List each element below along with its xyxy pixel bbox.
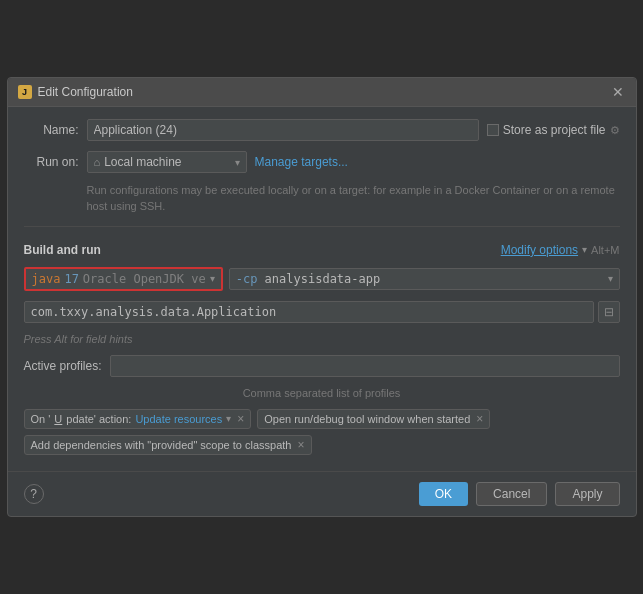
jdk-chevron: ▾ bbox=[210, 273, 215, 284]
dialog-footer: ? OK Cancel Apply bbox=[8, 471, 636, 516]
run-hint: Run configurations may be executed local… bbox=[87, 183, 620, 214]
edit-configuration-dialog: J Edit Configuration ✕ Name: Store as pr… bbox=[7, 77, 637, 517]
footer-right: OK Cancel Apply bbox=[419, 482, 620, 506]
on-update-close[interactable]: × bbox=[237, 412, 244, 426]
settings-icon[interactable]: ⚙ bbox=[610, 124, 620, 137]
help-button[interactable]: ? bbox=[24, 484, 44, 504]
cancel-button[interactable]: Cancel bbox=[476, 482, 547, 506]
ok-button[interactable]: OK bbox=[419, 482, 468, 506]
close-button[interactable]: ✕ bbox=[610, 84, 626, 100]
profiles-label: Active profiles: bbox=[24, 359, 102, 373]
main-class-input[interactable] bbox=[24, 301, 594, 323]
jdk-version: 17 bbox=[64, 272, 78, 286]
run-on-chevron: ▾ bbox=[235, 157, 240, 168]
on-update-prefix: On ' bbox=[31, 413, 51, 425]
footer-left: ? bbox=[24, 484, 44, 504]
manage-targets-link[interactable]: Manage targets... bbox=[255, 155, 348, 169]
open-window-close[interactable]: × bbox=[476, 412, 483, 426]
dialog-body: Name: Store as project file ⚙ Run on: ⌂ … bbox=[8, 107, 636, 467]
add-deps-text: Add dependencies with "provided" scope t… bbox=[31, 439, 292, 451]
title-bar-left: J Edit Configuration bbox=[18, 85, 133, 99]
cp-chevron: ▾ bbox=[608, 273, 613, 284]
modify-shortcut-badge: Alt+M bbox=[591, 244, 619, 256]
local-machine-text: Local machine bbox=[104, 155, 181, 169]
open-window-tag: Open run/debug tool window when started … bbox=[257, 409, 490, 429]
expand-icon[interactable]: ⊟ bbox=[598, 301, 620, 323]
store-checkbox-row: Store as project file ⚙ bbox=[487, 123, 620, 137]
on-update-u: U bbox=[54, 413, 62, 425]
dialog-title: Edit Configuration bbox=[38, 85, 133, 99]
dialog-icon: J bbox=[18, 85, 32, 99]
jdk-dropdown[interactable]: java 17 Oracle OpenJDK ve ▾ bbox=[24, 267, 223, 291]
run-on-row: Run on: ⌂ Local machine ▾ Manage targets… bbox=[24, 151, 620, 173]
store-checkbox[interactable] bbox=[487, 124, 499, 136]
home-icon: ⌂ bbox=[94, 156, 101, 168]
modify-options-chevron: ▾ bbox=[582, 244, 587, 255]
update-resources-chevron: ▾ bbox=[226, 413, 231, 424]
tags-row: On 'Update' action: Update resources ▾ ×… bbox=[24, 409, 620, 455]
title-bar: J Edit Configuration ✕ bbox=[8, 78, 636, 107]
jdk-rest: Oracle OpenJDK ve bbox=[83, 272, 206, 286]
modify-options-link[interactable]: Modify options bbox=[501, 243, 578, 257]
main-class-row: ⊟ bbox=[24, 301, 620, 323]
build-run-row: java 17 Oracle OpenJDK ve ▾ -cp analysis… bbox=[24, 267, 620, 291]
on-update-suffix: pdate' action: bbox=[66, 413, 131, 425]
add-deps-close[interactable]: × bbox=[297, 438, 304, 452]
apply-button[interactable]: Apply bbox=[555, 482, 619, 506]
profiles-hint: Comma separated list of profiles bbox=[24, 387, 620, 399]
profiles-input[interactable] bbox=[110, 355, 620, 377]
add-deps-tag: Add dependencies with "provided" scope t… bbox=[24, 435, 312, 455]
cp-value: analysisdata-app bbox=[265, 272, 381, 286]
field-hint: Press Alt for field hints bbox=[24, 333, 620, 345]
name-label: Name: bbox=[24, 123, 79, 137]
name-input[interactable] bbox=[87, 119, 479, 141]
name-row: Name: Store as project file ⚙ bbox=[24, 119, 620, 141]
update-resources-link[interactable]: Update resources bbox=[135, 413, 222, 425]
cp-flag: -cp bbox=[236, 272, 258, 286]
run-on-dropdown[interactable]: ⌂ Local machine ▾ bbox=[87, 151, 247, 173]
separator-1 bbox=[24, 226, 620, 227]
profiles-row: Active profiles: bbox=[24, 355, 620, 377]
jdk-keyword: java bbox=[32, 272, 61, 286]
modify-options-row: Modify options ▾ Alt+M bbox=[501, 243, 620, 257]
store-label: Store as project file bbox=[503, 123, 606, 137]
build-run-header: Build and run Modify options ▾ Alt+M bbox=[24, 243, 620, 257]
on-update-tag: On 'Update' action: Update resources ▾ × bbox=[24, 409, 252, 429]
open-window-text: Open run/debug tool window when started bbox=[264, 413, 470, 425]
build-run-title: Build and run bbox=[24, 243, 101, 257]
run-on-label: Run on: bbox=[24, 155, 79, 169]
cp-dropdown[interactable]: -cp analysisdata-app ▾ bbox=[229, 268, 620, 290]
